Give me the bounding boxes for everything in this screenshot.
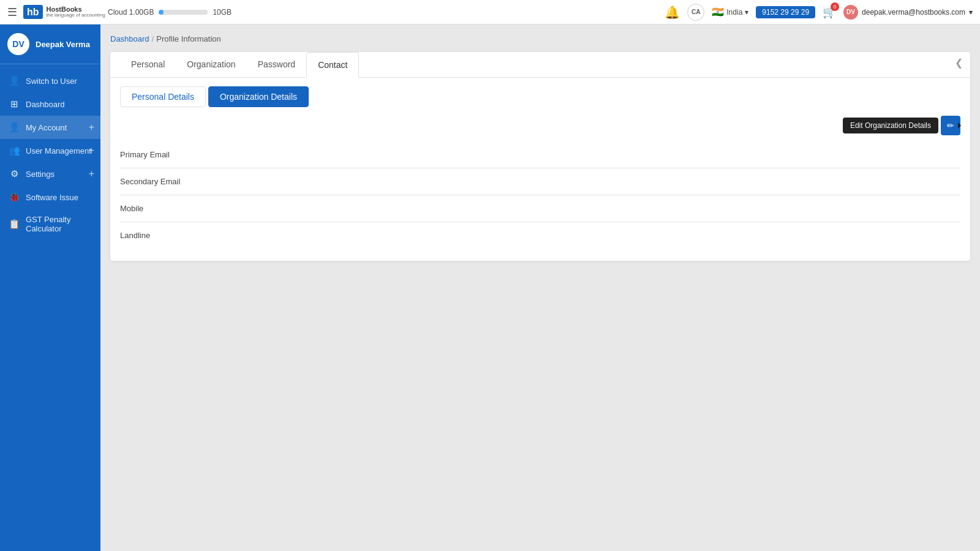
sidebar-item-software-issue[interactable]: 🐞 Software Issue bbox=[0, 186, 100, 209]
logo-text: HostBooks the language of accounting bbox=[47, 6, 105, 18]
primary-email-label: Primary Email bbox=[120, 150, 218, 159]
cloud-bar-bg bbox=[159, 10, 208, 15]
user-avatar-small: DV bbox=[843, 5, 858, 20]
sidebar-username: Deepak Verma bbox=[36, 40, 90, 49]
notification-icon[interactable]: 🔔 bbox=[665, 5, 680, 20]
sidebar-item-settings[interactable]: ⚙ Settings + bbox=[0, 162, 100, 186]
sidebar-item-user-management[interactable]: 👥 User Management + bbox=[0, 139, 100, 162]
form-fields: Primary Email Secondary Email Mobile Lan… bbox=[110, 141, 970, 261]
header-right: 🔔 CA 🇮🇳 India ▾ 9152 29 29 29 🛒 0 DV dee… bbox=[665, 4, 973, 21]
expand-icon: + bbox=[89, 168, 94, 179]
india-label: India bbox=[726, 8, 742, 17]
breadcrumb-home[interactable]: Dashboard bbox=[110, 34, 149, 43]
content-card: ❮ Personal Organization Password Contact… bbox=[110, 52, 970, 261]
sidebar-item-switch-to-user[interactable]: 👤 Switch to User bbox=[0, 69, 100, 92]
sub-tab-organization-details[interactable]: Organization Details bbox=[208, 86, 309, 107]
breadcrumb-separator: / bbox=[152, 34, 154, 43]
cart-badge: 0 bbox=[831, 2, 839, 11]
sidebar-item-label: Software Issue bbox=[26, 193, 78, 202]
tab-password[interactable]: Password bbox=[247, 52, 306, 78]
dashboard-icon: ⊞ bbox=[9, 99, 20, 110]
field-row-secondary-email: Secondary Email bbox=[120, 168, 960, 195]
tabs-row: Personal Organization Password Contact bbox=[110, 52, 970, 78]
mobile-label: Mobile bbox=[120, 204, 218, 213]
field-row-landline: Landline bbox=[120, 222, 960, 249]
cart-area[interactable]: 🛒 0 bbox=[823, 6, 836, 19]
avatar: DV bbox=[7, 33, 29, 55]
india-flag[interactable]: 🇮🇳 India ▾ bbox=[712, 6, 748, 18]
logo-area: ☰ hb HostBooks the language of accountin… bbox=[7, 5, 108, 19]
hamburger-icon[interactable]: ☰ bbox=[7, 6, 17, 19]
cloud-bar-fill bbox=[159, 10, 164, 15]
field-row-primary-email: Primary Email bbox=[120, 141, 960, 168]
sidebar: DV Deepak Verma 👤 Switch to User ⊞ Dashb… bbox=[0, 24, 100, 551]
software-issue-icon: 🐞 bbox=[9, 192, 20, 203]
landline-label: Landline bbox=[120, 231, 218, 240]
collapse-button[interactable]: ❮ bbox=[948, 52, 970, 73]
sidebar-item-label: User Management bbox=[26, 146, 91, 156]
user-email-text: deepak.verma@hostbooks.com bbox=[862, 8, 965, 17]
flag-emoji: 🇮🇳 bbox=[712, 6, 724, 18]
top-header: ☰ hb HostBooks the language of accountin… bbox=[0, 0, 980, 24]
sidebar-item-label: Settings bbox=[26, 170, 55, 179]
cloud-label: Cloud 1.00GB bbox=[108, 8, 154, 17]
sidebar-user: DV Deepak Verma bbox=[0, 24, 100, 64]
user-dropdown-icon: ▾ bbox=[969, 8, 973, 17]
breadcrumb: Dashboard / Profile Information bbox=[110, 34, 970, 43]
sub-tabs-row: Personal Details Organization Details bbox=[110, 78, 970, 107]
sidebar-item-label: My Account bbox=[26, 123, 67, 132]
user-management-icon: 👥 bbox=[9, 145, 20, 156]
breadcrumb-current: Profile Information bbox=[156, 34, 221, 43]
edit-tooltip: Edit Organization Details bbox=[843, 118, 938, 133]
my-account-icon: 👤 bbox=[9, 122, 20, 133]
user-email-area[interactable]: DV deepak.verma@hostbooks.com ▾ bbox=[843, 5, 973, 20]
gst-penalty-icon: 📋 bbox=[9, 219, 20, 230]
tab-personal[interactable]: Personal bbox=[120, 52, 176, 78]
cloud-info: Cloud 1.00GB 10GB bbox=[108, 8, 665, 17]
tab-organization[interactable]: Organization bbox=[176, 52, 246, 78]
expand-icon: + bbox=[89, 145, 94, 156]
logo-box: hb bbox=[23, 5, 43, 19]
phone-button[interactable]: 9152 29 29 29 bbox=[756, 6, 815, 18]
india-dropdown-icon: ▾ bbox=[745, 8, 748, 17]
sidebar-item-gst-penalty[interactable]: 📋 GST Penalty Calculator bbox=[0, 209, 100, 239]
expand-icon: + bbox=[89, 122, 94, 133]
sub-tab-personal-details[interactable]: Personal Details bbox=[120, 86, 206, 107]
edit-area: Edit Organization Details ✏ bbox=[110, 107, 970, 141]
sidebar-nav: 👤 Switch to User ⊞ Dashboard 👤 My Accoun… bbox=[0, 64, 100, 551]
ca-badge[interactable]: CA bbox=[687, 4, 704, 21]
tab-contact[interactable]: Contact bbox=[306, 52, 359, 78]
sidebar-item-dashboard[interactable]: ⊞ Dashboard bbox=[0, 92, 100, 116]
switch-user-icon: 👤 bbox=[9, 75, 20, 86]
sidebar-item-label: Switch to User bbox=[26, 77, 77, 86]
cloud-max: 10GB bbox=[213, 8, 232, 17]
pencil-icon: ✏ bbox=[947, 121, 954, 130]
field-row-mobile: Mobile bbox=[120, 195, 960, 222]
sidebar-item-label: GST Penalty Calculator bbox=[26, 215, 92, 233]
main-content: Dashboard / Profile Information ❮ Person… bbox=[100, 24, 980, 551]
settings-icon: ⚙ bbox=[9, 168, 20, 179]
sidebar-item-label: Dashboard bbox=[26, 100, 65, 109]
secondary-email-label: Secondary Email bbox=[120, 177, 218, 186]
sidebar-item-my-account[interactable]: 👤 My Account + bbox=[0, 116, 100, 139]
